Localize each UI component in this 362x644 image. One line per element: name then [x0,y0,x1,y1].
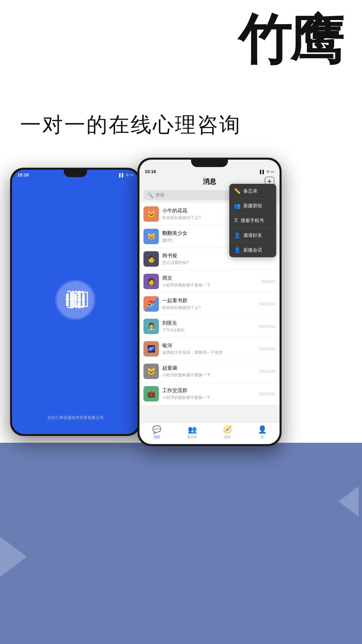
dropdown-item-invite[interactable]: 👤 邀请好友 [229,228,276,243]
contacts-tab-label: 通讯录 [187,435,197,439]
me-tab-icon: 👤 [258,425,267,434]
phone-search-icon: ⠿ [234,217,238,224]
dropdown-item-search-phone[interactable]: ⠿ 搜索手机号 [229,213,276,228]
new-chat-icon: 👤 [234,247,241,253]
avatar: 👩 [143,274,159,289]
msg-time: 2021/1/31 [259,369,276,373]
dropdown-label-memo: 备忘录 [243,188,257,194]
avatar: 🧑 [143,251,159,267]
dropdown-item-new-chat[interactable]: 👤 新建会话 [229,243,276,257]
right-phone-notch [191,160,228,167]
app-title: 竹鹰 [238,13,342,67]
msg-info: 银河 这周的工作安排，我整理一下发您 [162,342,256,356]
right-status-icons: ▌▌ ⊙ ▭ [260,169,274,174]
messages-tab-label: 消息 [154,435,160,439]
msg-preview: 下午3点我在 [162,327,256,333]
phone-left-screen: 15:18 ▌▌ ⊙ ▭ ⿲⃞ [12,170,139,434]
app-tagline: 一对一的在线心理咨询 [20,111,241,139]
svg-rect-1 [66,293,69,300]
phone-right-screen: 15:18 ▌▌ ⊙ ▭ 消息 + 🔍 搜索 [139,160,280,444]
avatar: 💼 [143,386,159,401]
bottom-tab-bar: 💬 消息 👥 通讯录 🧭 发现 👤 我 [139,423,280,444]
discover-tab-icon: 🧭 [223,425,232,434]
deco-triangle-left [0,537,27,577]
list-item[interactable]: 📚 一起看书群 给你的礼物收到了么? 2021/1/31 [139,293,280,315]
msg-preview: 怎么没看到你? [162,260,272,266]
avatar: 😸 [143,229,159,244]
contact-name: 一起看书群 [162,298,256,304]
left-phone-notch [64,170,87,177]
contact-name: 赵曼璐 [162,365,256,371]
left-time: 15:18 [17,172,28,177]
me-tab-label: 我 [260,435,264,439]
phones-container: 15:18 ▌▌ ⊙ ▭ ⿲⃞ [10,168,352,446]
msg-info: 刘医生 下午3点我在 [162,320,256,333]
left-status-icons: ▌▌ ⊙ ▭ [119,173,133,177]
list-item[interactable]: 🐱 赵曼璐 小程序的图标要不要换一下 2021/1/31 [139,360,280,383]
dropdown-menu: ✏️ 备忘录 👥 新建群组 ⠿ 搜索手机号 👤 邀请好友 👤 新建会话 [229,184,276,257]
search-icon: 🔍 [147,193,153,198]
msg-time: 2021/1/31 [259,324,276,328]
contact-name: 工作交流群 [162,387,256,394]
app-title-area: 竹鹰 [238,13,342,67]
tab-messages[interactable]: 💬 消息 [152,425,161,439]
group-icon: 👥 [234,203,241,209]
msg-time: 2021/1/31 [259,392,276,396]
dropdown-item-memo[interactable]: ✏️ 备忘录 [229,184,276,199]
discover-tab-label: 发现 [224,435,231,439]
list-item[interactable]: 💼 工作交流群 小程序的图标要不要换一下 2021/1/31 [139,383,280,405]
msg-preview: 给你的礼物收到了么? [162,305,256,311]
list-item[interactable]: 🌌 银河 这周的工作安排，我整理一下发您 2021/1/31 [139,338,280,360]
bottom-background [0,443,362,644]
avatar: 🐱 [143,364,159,379]
avatar: 🐱 [143,206,159,222]
dropdown-label-search-phone: 搜索手机号 [241,218,264,224]
svg-rect-7 [65,299,85,300]
msg-info: 周京 小程序的图标要不要换一下 [162,275,258,288]
msg-preview: 小程序的图标要不要换一下 [162,282,258,288]
list-item[interactable]: 👩 周京 小程序的图标要不要换一下 2021/2/1 [139,270,280,293]
messages-tab-icon: 💬 [152,425,161,434]
contact-name: 银河 [162,342,256,349]
logo-svg [65,291,85,309]
msg-time: 2021/2/1 [261,279,276,283]
avatar: 📚 [143,296,159,312]
phone-right: 15:18 ▌▌ ⊙ ▭ 消息 + 🔍 搜索 [137,158,282,446]
svg-rect-4 [74,293,77,300]
list-item[interactable]: 👩‍⚕️ 刘医生 下午3点我在 2021/1/31 [139,315,280,338]
msg-preview: 小程序的图标要不要换一下 [162,395,256,400]
avatar: 👩‍⚕️ [143,319,159,334]
msg-info: 赵曼璐 小程序的图标要不要换一下 [162,365,256,378]
msg-info: 一起看书群 给你的礼物收到了么? [162,298,256,311]
dropdown-label-new-chat: 新建会话 [243,247,262,253]
msg-preview: 这周的工作安排，我整理一下发您 [162,350,256,356]
contact-name: 刘医生 [162,320,256,326]
dropdown-label-group: 新建群组 [243,203,262,209]
deco-triangle-right [339,486,359,517]
msg-time: 2021/1/31 [259,302,276,306]
search-placeholder: 搜索 [155,192,165,198]
tab-contacts[interactable]: 👥 通讯录 [187,425,197,439]
logo-bg [57,282,94,319]
contact-name: 周京 [162,275,258,281]
tab-me[interactable]: 👤 我 [258,425,267,439]
msg-info: 工作交流群 小程序的图标要不要换一下 [162,387,256,400]
memo-icon: ✏️ [234,188,241,194]
dropdown-label-invite: 邀请好友 [243,232,262,238]
contacts-tab-icon: 👥 [188,425,197,434]
dropdown-item-group[interactable]: 👥 新建群组 [229,199,276,213]
right-time: 15:18 [145,169,156,174]
msg-preview: 小程序的图标要不要换一下 [162,372,256,378]
tab-discover[interactable]: 🧭 发现 [223,425,232,439]
avatar: 🌌 [143,341,159,357]
invite-icon: 👤 [234,232,241,238]
phone-left: 15:18 ▌▌ ⊙ ▭ ⿲⃞ [10,168,141,436]
msg-time: 2021/1/31 [259,347,276,351]
company-name: 北京仁和昌盛技术开发有限公司 [12,415,139,421]
